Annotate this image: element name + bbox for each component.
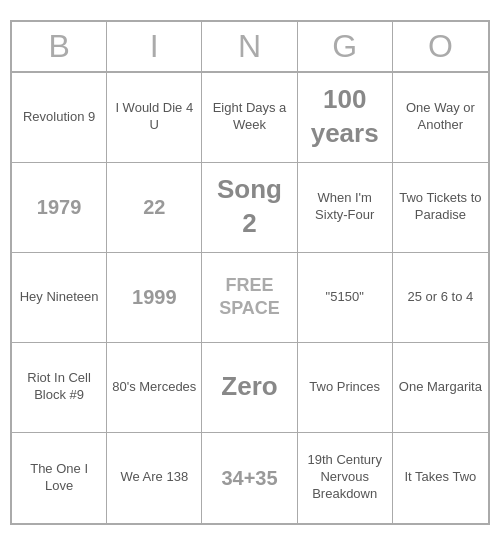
bingo-cell: 19th Century Nervous Breakdown bbox=[298, 433, 393, 523]
bingo-header: BINGO bbox=[12, 22, 488, 73]
header-letter: I bbox=[107, 22, 202, 71]
bingo-cell: Revolution 9 bbox=[12, 73, 107, 163]
bingo-cell: 1979 bbox=[12, 163, 107, 253]
bingo-cell: 25 or 6 to 4 bbox=[393, 253, 488, 343]
header-letter: O bbox=[393, 22, 488, 71]
bingo-cell: It Takes Two bbox=[393, 433, 488, 523]
bingo-cell: One Margarita bbox=[393, 343, 488, 433]
bingo-cell: Hey Nineteen bbox=[12, 253, 107, 343]
bingo-cell: 22 bbox=[107, 163, 202, 253]
bingo-cell: 80's Mercedes bbox=[107, 343, 202, 433]
bingo-cell: 34+35 bbox=[202, 433, 297, 523]
header-letter: B bbox=[12, 22, 107, 71]
bingo-cell: FREE SPACE bbox=[202, 253, 297, 343]
bingo-cell: I Would Die 4 U bbox=[107, 73, 202, 163]
bingo-cell: Song 2 bbox=[202, 163, 297, 253]
bingo-cell: 100 years bbox=[298, 73, 393, 163]
bingo-cell: Eight Days a Week bbox=[202, 73, 297, 163]
bingo-cell: Riot In Cell Block #9 bbox=[12, 343, 107, 433]
bingo-cell: Two Princes bbox=[298, 343, 393, 433]
bingo-card: BINGO Revolution 9I Would Die 4 UEight D… bbox=[10, 20, 490, 525]
header-letter: N bbox=[202, 22, 297, 71]
bingo-cell: We Are 138 bbox=[107, 433, 202, 523]
bingo-cell: When I'm Sixty-Four bbox=[298, 163, 393, 253]
bingo-cell: The One I Love bbox=[12, 433, 107, 523]
bingo-cell: Zero bbox=[202, 343, 297, 433]
header-letter: G bbox=[298, 22, 393, 71]
bingo-cell: One Way or Another bbox=[393, 73, 488, 163]
bingo-grid: Revolution 9I Would Die 4 UEight Days a … bbox=[12, 73, 488, 523]
bingo-cell: "5150" bbox=[298, 253, 393, 343]
bingo-cell: 1999 bbox=[107, 253, 202, 343]
bingo-cell: Two Tickets to Paradise bbox=[393, 163, 488, 253]
